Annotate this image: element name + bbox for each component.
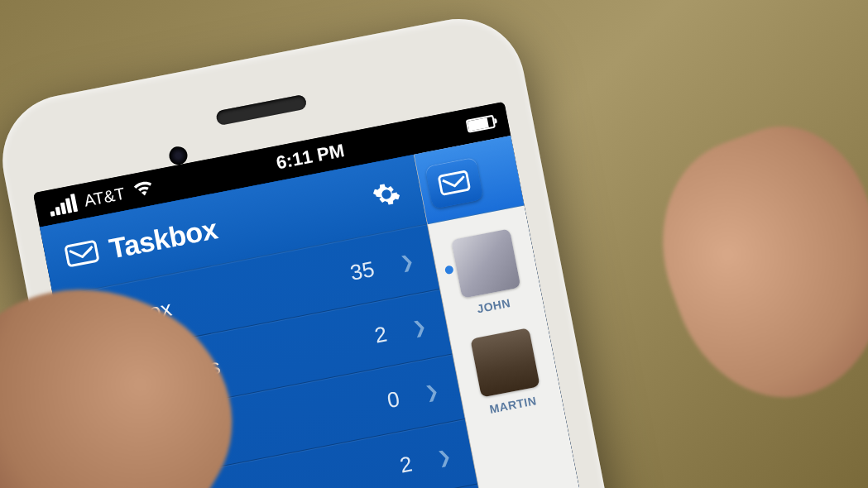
chevron-right-icon: ❯ [410,315,428,337]
avatar [450,228,520,298]
nav-count: 2 [372,320,389,347]
status-time: 6:11 PM [274,140,346,174]
phone-device: AT&T 6:11 PM Taskbox [0,7,669,488]
nav-count: 35 [348,256,376,285]
wifi-icon [131,177,156,202]
taskbox-logo-icon [63,237,101,272]
app-brand: Taskbox [62,213,219,274]
contact-name: MARTIN [488,394,537,416]
chevron-right-icon: ❯ [435,446,453,468]
contact-item[interactable]: MARTIN [448,315,564,433]
folder-icon [101,436,132,469]
phone-speaker [215,93,307,126]
settings-button[interactable] [370,177,404,213]
compose-button[interactable] [424,156,483,208]
contact-name: JOHN [476,296,511,316]
svg-rect-2 [439,170,469,194]
carrier-label: AT&T [82,184,126,210]
signal-icon [47,193,78,216]
avatar [469,328,539,397]
chevron-right-icon: ❯ [423,380,440,403]
phone-screen: AT&T 6:11 PM Taskbox [33,101,627,488]
inbox-icon [76,306,108,339]
nav-count: 2 [397,450,414,477]
finger-photo [631,103,868,426]
contact-item[interactable]: JOHN [429,217,545,334]
app-title: Taskbox [106,213,219,265]
battery-icon [465,114,495,132]
nav-label [145,403,372,447]
svg-rect-0 [65,240,98,265]
nav-count: 0 [385,385,401,413]
tasks-icon [89,371,120,404]
chevron-right-icon: ❯ [398,251,415,273]
unread-dot-icon [444,265,454,275]
